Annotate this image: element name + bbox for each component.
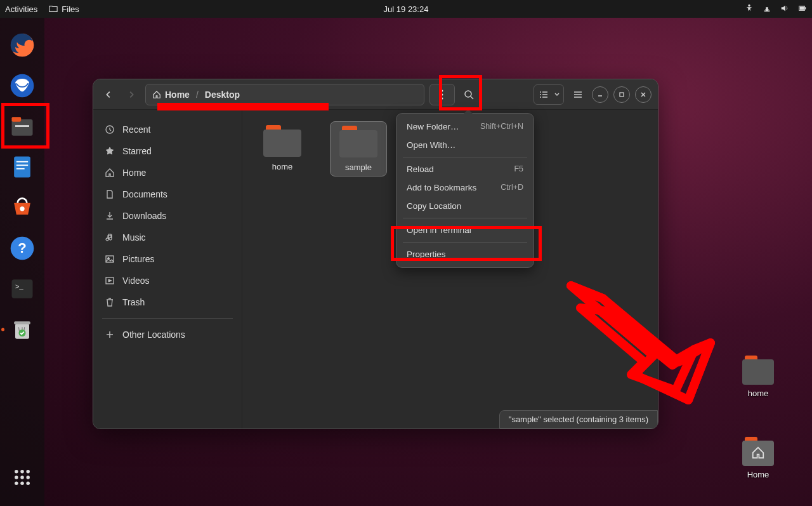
svg-rect-8 bbox=[12, 117, 22, 121]
svg-rect-35 bbox=[620, 93, 624, 97]
dock-item-firefox[interactable] bbox=[6, 29, 38, 61]
dock-item-software[interactable] bbox=[6, 192, 38, 223]
svg-point-23 bbox=[20, 470, 24, 474]
status-bar: "sample" selected (containing 3 items) bbox=[499, 410, 658, 429]
svg-text:>_: >_ bbox=[15, 283, 23, 290]
chevron-down-icon[interactable] bbox=[552, 91, 562, 98]
top-bar: Activities Files Jul 19 23:24 bbox=[0, 0, 812, 18]
search-icon bbox=[464, 90, 474, 100]
minimize-button[interactable] bbox=[592, 86, 608, 103]
svg-rect-12 bbox=[16, 164, 28, 166]
forward-button[interactable] bbox=[122, 86, 140, 103]
sidebar-item-other-locations[interactable]: Other Locations bbox=[100, 324, 235, 345]
dock-item-trash[interactable] bbox=[6, 314, 38, 345]
folder-sample[interactable]: sample bbox=[330, 121, 387, 176]
svg-point-30 bbox=[26, 481, 30, 485]
files-window: Home / Desktop Recent Starred Home Docum… bbox=[93, 79, 658, 429]
svg-rect-13 bbox=[16, 168, 25, 170]
clock[interactable]: Jul 19 23:24 bbox=[384, 4, 429, 14]
svg-point-25 bbox=[15, 476, 18, 479]
folder-icon bbox=[339, 126, 377, 157]
svg-point-0 bbox=[748, 4, 750, 6]
svg-rect-3 bbox=[805, 7, 806, 10]
svg-point-31 bbox=[442, 90, 443, 91]
dock-item-files[interactable] bbox=[6, 110, 38, 142]
svg-point-32 bbox=[442, 93, 443, 95]
sidebar-item-videos[interactable]: Videos bbox=[100, 270, 235, 291]
sidebar-item-trash[interactable]: Trash bbox=[100, 291, 235, 313]
maximize-button[interactable] bbox=[613, 86, 630, 103]
search-button[interactable] bbox=[460, 86, 478, 103]
svg-rect-7 bbox=[12, 119, 33, 136]
dock-item-thunderbird[interactable] bbox=[6, 70, 38, 102]
sidebar-item-music[interactable]: Music bbox=[100, 227, 235, 248]
svg-rect-11 bbox=[16, 161, 28, 163]
dock-item-terminal[interactable]: >_ bbox=[6, 273, 38, 305]
sidebar: Recent Starred Home Documents Downloads … bbox=[93, 110, 242, 429]
svg-point-28 bbox=[15, 481, 18, 485]
sidebar-item-downloads[interactable]: Downloads bbox=[100, 205, 235, 227]
svg-point-29 bbox=[20, 481, 24, 485]
sidebar-item-starred[interactable]: Starred bbox=[100, 140, 235, 162]
svg-point-26 bbox=[20, 476, 24, 479]
dock: ? >_ bbox=[0, 18, 44, 506]
menu-open-with[interactable]: Open With… bbox=[396, 136, 534, 154]
menu-separator bbox=[403, 218, 527, 218]
show-applications-button[interactable] bbox=[6, 462, 38, 493]
sidebar-separator bbox=[102, 318, 233, 319]
breadcrumb-separator: / bbox=[196, 90, 199, 100]
home-icon bbox=[152, 90, 161, 99]
menu-properties[interactable]: Properties bbox=[396, 245, 534, 263]
activities-button[interactable]: Activities bbox=[5, 4, 37, 14]
menu-new-folder[interactable]: New Folder… Shift+Ctrl+N bbox=[396, 117, 534, 136]
sidebar-item-documents[interactable]: Documents bbox=[100, 183, 235, 205]
menu-separator bbox=[403, 242, 527, 243]
svg-point-33 bbox=[442, 97, 443, 99]
folder-icon bbox=[49, 4, 58, 13]
menu-open-terminal[interactable]: Open in Terminal bbox=[396, 221, 534, 239]
desktop-folder-home[interactable]: home bbox=[736, 356, 780, 398]
menu-add-bookmarks[interactable]: Add to Bookmarks Ctrl+D bbox=[396, 178, 534, 197]
network-icon[interactable] bbox=[763, 4, 771, 15]
kebab-icon bbox=[441, 90, 443, 100]
hamburger-menu-button[interactable] bbox=[569, 86, 587, 103]
dock-item-help[interactable]: ? bbox=[6, 232, 38, 264]
svg-rect-37 bbox=[106, 256, 114, 262]
svg-rect-1 bbox=[764, 10, 770, 11]
menu-copy-location[interactable]: Copy Location bbox=[396, 197, 534, 215]
close-button[interactable] bbox=[635, 86, 652, 103]
svg-point-24 bbox=[26, 470, 30, 474]
sidebar-item-home[interactable]: Home bbox=[100, 162, 235, 183]
svg-point-14 bbox=[20, 206, 24, 211]
svg-point-27 bbox=[26, 476, 30, 479]
desktop-icon-label: Home bbox=[736, 470, 780, 479]
svg-text:?: ? bbox=[18, 240, 26, 256]
sidebar-item-recent[interactable]: Recent bbox=[100, 119, 235, 140]
view-mode-list[interactable] bbox=[534, 84, 564, 105]
svg-rect-10 bbox=[14, 157, 30, 178]
folder-icon bbox=[263, 125, 301, 157]
desktop-link-home[interactable]: Home bbox=[736, 437, 780, 479]
breadcrumb-home[interactable]: Home bbox=[152, 90, 190, 100]
current-app-indicator[interactable]: Files bbox=[49, 4, 79, 14]
list-icon bbox=[539, 90, 549, 100]
location-context-menu: New Folder… Shift+Ctrl+N Open With… Relo… bbox=[396, 113, 534, 268]
dock-item-libreoffice[interactable] bbox=[6, 151, 38, 183]
back-button[interactable] bbox=[100, 86, 117, 103]
sidebar-item-pictures[interactable]: Pictures bbox=[100, 248, 235, 270]
current-app-label: Files bbox=[62, 4, 79, 14]
folder-home[interactable]: home bbox=[254, 121, 311, 175]
accessibility-icon[interactable] bbox=[745, 4, 754, 15]
desktop-icon-label: home bbox=[736, 389, 780, 398]
breadcrumb-desktop[interactable]: Desktop bbox=[205, 90, 240, 100]
location-options-button[interactable] bbox=[429, 84, 455, 105]
volume-icon[interactable] bbox=[780, 4, 789, 15]
svg-point-34 bbox=[465, 91, 471, 97]
svg-rect-4 bbox=[800, 6, 804, 10]
menu-separator bbox=[403, 157, 527, 157]
svg-rect-9 bbox=[15, 125, 29, 127]
menu-reload[interactable]: Reload F5 bbox=[396, 160, 534, 178]
path-bar[interactable]: Home / Desktop bbox=[145, 84, 424, 105]
svg-rect-20 bbox=[14, 321, 30, 324]
battery-icon[interactable] bbox=[798, 4, 807, 15]
